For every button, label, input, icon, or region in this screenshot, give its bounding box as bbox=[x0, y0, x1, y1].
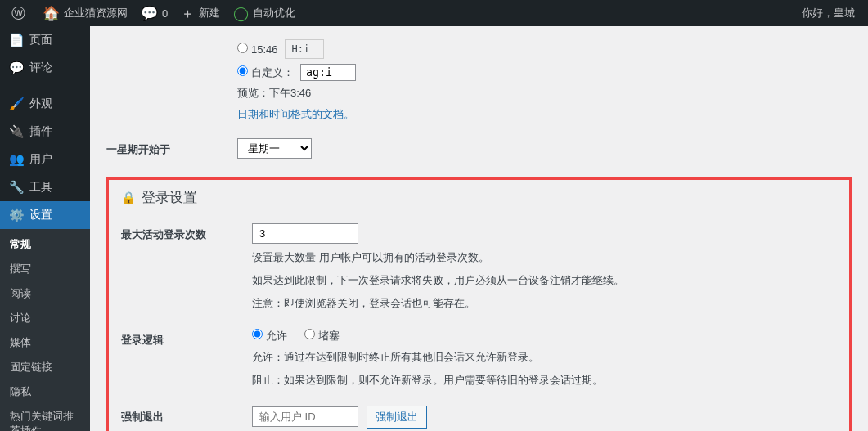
site-title: 企业猫资源网 bbox=[64, 6, 128, 20]
logic-allow-radio[interactable] bbox=[252, 329, 263, 339]
week-start-label: 一星期开始于 bbox=[106, 130, 229, 169]
site-name[interactable]: 🏠企业猫资源网 bbox=[36, 0, 134, 26]
sub-reading[interactable]: 阅读 bbox=[0, 281, 90, 306]
time-radio-1[interactable] bbox=[237, 43, 248, 53]
menu-tools[interactable]: 🔧工具 bbox=[0, 173, 90, 201]
new-content[interactable]: ＋新建 bbox=[174, 0, 227, 26]
time-option-1[interactable]: 15:46 bbox=[237, 43, 278, 56]
menu-appearance[interactable]: 🖌️外观 bbox=[0, 90, 90, 118]
logic-desc-1: 允许：通过在达到限制时终止所有其他旧会话来允许新登录。 bbox=[252, 348, 829, 366]
settings-submenu: 常规 撰写 阅读 讨论 媒体 固定链接 隐私 热门关键词推荐插件 自动优化 bbox=[0, 229, 90, 431]
autoopt-label: 自动优化 bbox=[253, 6, 295, 20]
time-option-custom[interactable]: 自定义： bbox=[237, 65, 294, 80]
time-radio-custom[interactable] bbox=[237, 65, 248, 76]
brush-icon: 🖌️ bbox=[8, 97, 25, 111]
comments-link[interactable]: 💬0 bbox=[134, 0, 174, 26]
plugin-icon: 🔌 bbox=[8, 124, 25, 139]
datetime-doc-link[interactable]: 日期和时间格式的文档。 bbox=[237, 107, 354, 122]
new-label: 新建 bbox=[199, 6, 220, 20]
max-desc-3: 注意：即使浏览器关闭，登录会话也可能存在。 bbox=[252, 294, 829, 312]
admin-sidebar: 📄页面 💬评论 🖌️外观 🔌插件 👥用户 🔧工具 ⚙️设置 常规 撰写 阅读 讨… bbox=[0, 26, 90, 431]
login-settings-section: 登录设置 最大活动登录次数 设置最大数量 用户帐户可以拥有的活动登录次数。 如果… bbox=[106, 177, 852, 431]
time-custom-input[interactable] bbox=[300, 64, 356, 81]
menu-users[interactable]: 👥用户 bbox=[0, 146, 90, 173]
autoopt-link[interactable]: ◯自动优化 bbox=[227, 0, 302, 26]
logic-block[interactable]: 堵塞 bbox=[304, 330, 340, 342]
main-content: 15:46H:i 自定义： 预览：下午3:46 日期和时间格式的文档。 一星期开… bbox=[90, 26, 868, 431]
force-logout-button[interactable]: 强制退出 bbox=[367, 406, 427, 429]
max-desc-2: 如果达到此限制，下一次登录请求将失败，用户必须从一台设备注销才能继续。 bbox=[252, 272, 829, 290]
max-desc-1: 设置最大数量 用户帐户可以拥有的活动登录次数。 bbox=[252, 249, 829, 267]
settings-icon: ⚙️ bbox=[8, 208, 25, 222]
menu-comments[interactable]: 💬评论 bbox=[0, 54, 90, 82]
users-icon: 👥 bbox=[8, 152, 25, 167]
week-start-select[interactable]: 星期一 bbox=[237, 138, 312, 159]
logic-allow[interactable]: 允许 bbox=[252, 330, 287, 342]
force-logout-label: 强制退出 bbox=[121, 397, 244, 431]
sub-writing[interactable]: 撰写 bbox=[0, 257, 90, 281]
greeting: 你好，皇城 bbox=[802, 6, 855, 20]
menu-plugins[interactable]: 🔌插件 bbox=[0, 118, 90, 146]
login-logic-label: 登录逻辑 bbox=[121, 321, 244, 397]
login-section-title: 登录设置 bbox=[142, 188, 197, 207]
comment-count: 0 bbox=[162, 7, 168, 20]
sub-media[interactable]: 媒体 bbox=[0, 330, 90, 355]
comment-icon: 💬 bbox=[8, 61, 25, 75]
sub-general[interactable]: 常规 bbox=[0, 232, 90, 257]
logic-block-radio[interactable] bbox=[304, 329, 315, 339]
max-logins-label: 最大活动登录次数 bbox=[121, 215, 244, 321]
time-code-1: H:i bbox=[285, 39, 324, 59]
page-icon: 📄 bbox=[8, 33, 25, 47]
menu-settings[interactable]: ⚙️设置 bbox=[0, 201, 90, 229]
preview-value: 下午3:46 bbox=[269, 87, 311, 99]
sub-permalinks[interactable]: 固定链接 bbox=[0, 355, 90, 379]
logic-desc-2: 阻止：如果达到限制，则不允许新登录。用户需要等待旧的登录会话过期。 bbox=[252, 371, 829, 389]
max-logins-input[interactable] bbox=[252, 223, 358, 244]
wp-logo[interactable]: ⓦ bbox=[5, 0, 36, 26]
tools-icon: 🔧 bbox=[8, 180, 25, 195]
preview-label: 预览： bbox=[237, 87, 269, 99]
sub-privacy[interactable]: 隐私 bbox=[0, 379, 90, 404]
sub-discussion[interactable]: 讨论 bbox=[0, 306, 90, 330]
force-logout-input[interactable] bbox=[252, 406, 358, 427]
menu-pages[interactable]: 📄页面 bbox=[0, 26, 90, 54]
sub-hotkeywords[interactable]: 热门关键词推荐插件 bbox=[0, 404, 90, 431]
lock-icon bbox=[121, 190, 137, 206]
account-link[interactable]: 你好，皇城 bbox=[795, 0, 863, 26]
